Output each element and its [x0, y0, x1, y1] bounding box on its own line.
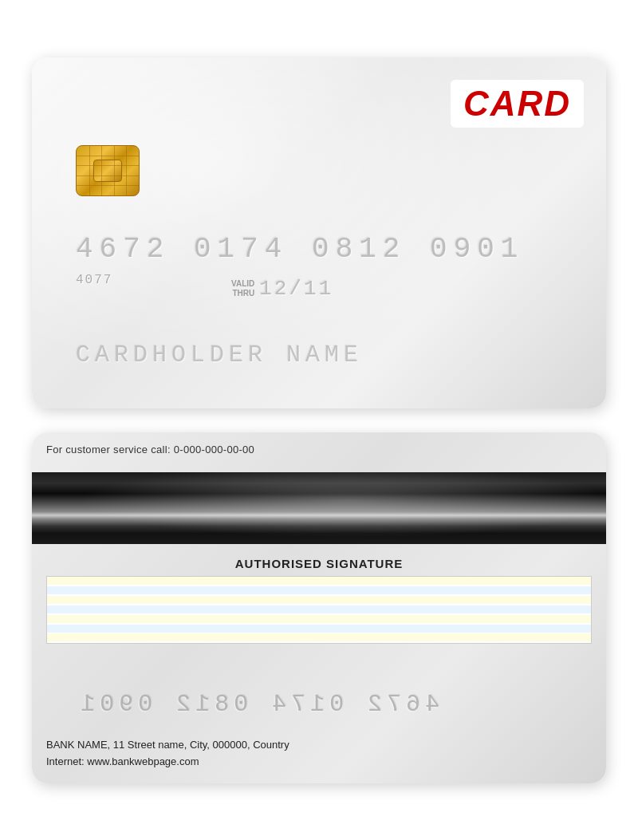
signature-lines — [47, 577, 591, 643]
card-logo-text: CARD — [463, 86, 571, 121]
card-logo: CARD — [451, 80, 584, 128]
bank-website: Internet: www.bankwebpage.com — [46, 754, 289, 771]
sig-line-1 — [47, 577, 591, 585]
credit-card-front: CARD 4672 0174 0812 0901 4077 VALIDTHRU … — [32, 57, 606, 408]
signature-strip — [46, 576, 592, 644]
sig-line-5 — [47, 615, 591, 623]
sig-line-6 — [47, 625, 591, 633]
back-card-number: 4672 0174 0812 0901 — [76, 691, 562, 718]
valid-thru-date: 12/11 — [259, 277, 333, 301]
emv-chip — [76, 145, 140, 196]
sig-line-3 — [47, 596, 591, 604]
valid-thru-area: VALIDTHRU 12/11 — [231, 277, 333, 301]
bank-info: BANK NAME, 11 Street name, City, 000000,… — [46, 737, 289, 771]
bank-name: BANK NAME, 11 Street name, City, 000000,… — [46, 737, 289, 754]
customer-service-text: For customer service call: 0-000-000-00-… — [46, 444, 254, 455]
card-additional-number: 4077 — [76, 273, 112, 287]
valid-thru-label: VALIDTHRU — [231, 279, 254, 298]
credit-card-back: For customer service call: 0-000-000-00-… — [32, 432, 606, 783]
auth-signature-label: AUTHORISED SIGNATURE — [32, 557, 606, 570]
sig-line-4 — [47, 605, 591, 613]
cardholder-name: CARDHOLDER NAME — [76, 341, 363, 369]
card-number: 4672 0174 0812 0901 — [76, 233, 524, 266]
sig-line-2 — [47, 586, 591, 594]
magnetic-stripe — [32, 472, 606, 544]
sig-line-7 — [47, 633, 591, 641]
